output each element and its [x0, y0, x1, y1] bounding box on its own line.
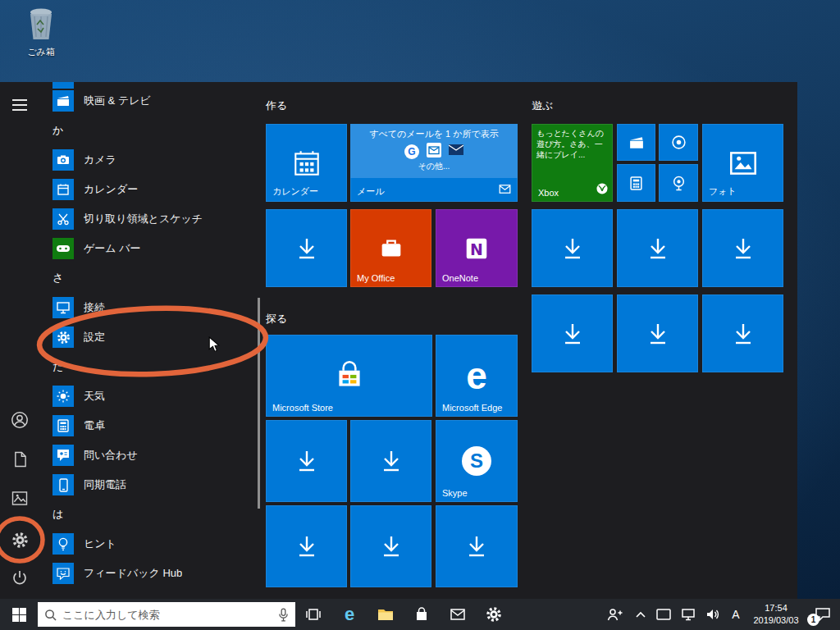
app-item-label: 切り取り領域とスケッチ — [84, 212, 203, 226]
tile-microsoft-edge[interactable]: e Microsoft Edge — [436, 335, 518, 417]
section-header-ha[interactable]: は — [39, 500, 259, 529]
section-header-ta[interactable]: た — [39, 352, 259, 381]
tile-download[interactable] — [617, 294, 698, 372]
tile-xbox[interactable]: もっとたくさんの遊び方。さあ、一緒にプレイ... Xbox — [532, 124, 613, 202]
small-tile-camera[interactable] — [659, 164, 698, 202]
group-title-explore[interactable]: 探る — [266, 312, 287, 326]
recycle-bin-icon — [25, 7, 57, 41]
tile-download[interactable] — [436, 505, 518, 587]
app-item-camera[interactable]: カメラ — [39, 145, 259, 175]
tile-download[interactable] — [617, 209, 698, 287]
app-item-get-help[interactable]: 問い合わせ — [39, 441, 259, 470]
show-hidden-icons-button[interactable] — [630, 599, 651, 630]
mail-more-text: その他... — [350, 161, 518, 172]
group-title-play[interactable]: 遊ぶ — [532, 98, 553, 113]
tablet-mode-button[interactable] — [651, 599, 676, 630]
search-box[interactable] — [38, 602, 295, 627]
tile-download[interactable] — [350, 420, 431, 502]
start-button[interactable] — [0, 599, 38, 630]
settings-taskbar-button[interactable] — [476, 599, 512, 630]
gear-icon — [11, 532, 29, 549]
skype-icon: S — [462, 446, 491, 476]
tile-download[interactable] — [350, 505, 431, 587]
section-header-sa[interactable]: さ — [39, 263, 259, 293]
app-item-label: 設定 — [84, 330, 105, 345]
app-item-calculator[interactable]: 電卓 — [39, 411, 259, 441]
tile-download[interactable] — [532, 209, 613, 287]
volume-button[interactable] — [701, 599, 725, 630]
clock-time: 17:54 — [746, 602, 806, 614]
app-item-tips[interactable]: ヒント — [39, 529, 259, 559]
download-icon — [462, 532, 491, 561]
network-button[interactable] — [676, 599, 701, 630]
camera-icon — [52, 149, 74, 171]
tile-label: Microsoft Store — [272, 403, 333, 413]
app-item-label: 天気 — [84, 389, 105, 404]
app-list-scrollbar[interactable] — [258, 298, 260, 509]
power-button[interactable] — [0, 561, 39, 594]
tile-download[interactable] — [532, 294, 613, 372]
settings-rail-button[interactable] — [0, 523, 39, 556]
edge-taskbar-button[interactable]: e — [331, 599, 368, 630]
app-item-game-bar[interactable]: ゲーム バー — [39, 234, 259, 263]
section-label: さ — [52, 271, 63, 285]
download-icon — [377, 446, 406, 476]
ime-indicator[interactable]: A — [725, 599, 746, 630]
search-input[interactable] — [62, 609, 272, 621]
store-bag-icon — [415, 607, 428, 622]
documents-button[interactable] — [0, 443, 39, 476]
download-icon — [292, 532, 322, 561]
tile-calendar[interactable]: カレンダー — [266, 124, 347, 202]
recycle-bin-label: ごみ箱 — [13, 46, 69, 58]
action-center-button[interactable]: 1 — [806, 599, 840, 630]
tile-download[interactable] — [266, 420, 347, 502]
app-item-snip-sketch[interactable]: 切り取り領域とスケッチ — [39, 204, 259, 234]
tile-skype[interactable]: S Skype — [436, 420, 518, 502]
app-item-your-phone[interactable]: 同期電話 — [39, 470, 259, 500]
pictures-button[interactable] — [0, 482, 39, 514]
app-item-settings[interactable]: 設定 — [39, 322, 259, 352]
app-item-feedback-hub[interactable]: フィードバック Hub — [39, 559, 259, 588]
tile-microsoft-store[interactable]: Microsoft Store — [266, 335, 432, 417]
app-item-calendar[interactable]: カレンダー — [39, 175, 259, 204]
tile-download[interactable] — [266, 505, 347, 587]
feedback-smile-icon — [52, 563, 74, 584]
mail-taskbar-button[interactable] — [440, 599, 476, 630]
small-tile-mixer[interactable] — [659, 124, 698, 161]
tile-download[interactable] — [266, 209, 347, 287]
calculator-icon — [52, 415, 74, 436]
download-icon — [558, 234, 587, 263]
tile-onenote[interactable]: N OneNote — [436, 209, 518, 287]
gear-icon — [486, 606, 502, 623]
expand-menu-button[interactable] — [0, 89, 39, 121]
small-tile-movies[interactable] — [617, 124, 655, 161]
network-icon — [681, 608, 696, 621]
app-item-label: フィードバック Hub — [84, 566, 182, 581]
app-item-label: 問い合わせ — [84, 448, 138, 463]
task-view-button[interactable] — [295, 599, 331, 630]
file-explorer-button[interactable] — [368, 599, 404, 630]
tile-my-office[interactable]: My Office — [350, 209, 431, 287]
app-item-movies-tv[interactable]: 映画 & テレビ — [39, 86, 259, 116]
download-icon — [643, 319, 673, 349]
app-item-connect[interactable]: 接続 — [39, 293, 259, 322]
windows-logo-icon — [12, 608, 26, 622]
group-title-create[interactable]: 作る — [266, 98, 287, 113]
user-account-button[interactable] — [0, 404, 39, 436]
mail-envelope-icon — [499, 182, 511, 197]
store-taskbar-button[interactable] — [404, 599, 440, 630]
store-bag-icon — [332, 358, 367, 393]
mail-summary-text: すべてのメールを 1 か所で表示 — [350, 128, 518, 140]
power-icon — [11, 569, 28, 586]
mail-live-tile: すべてのメールを 1 か所で表示 G その他... — [350, 124, 518, 178]
tile-photos[interactable]: フォト — [702, 124, 783, 202]
tile-download[interactable] — [702, 209, 783, 287]
people-button[interactable] — [600, 599, 630, 630]
small-tile-calculator[interactable] — [617, 164, 655, 202]
tile-mail[interactable]: すべてのメールを 1 か所で表示 G その他... メール — [350, 124, 518, 202]
recycle-bin[interactable]: ごみ箱 — [13, 7, 69, 58]
clock[interactable]: 17:54 2019/03/03 — [746, 602, 806, 627]
tile-download[interactable] — [702, 294, 783, 372]
section-header-ka[interactable]: か — [39, 116, 259, 145]
app-item-weather[interactable]: 天気 — [39, 381, 259, 411]
